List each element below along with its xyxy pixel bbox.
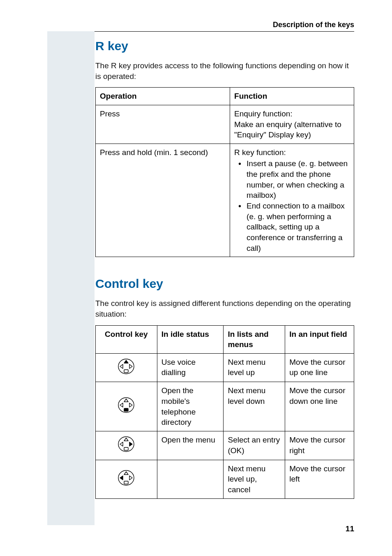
th-lists: In lists and menus — [224, 325, 285, 353]
cell-operation: Press and hold (min. 1 second) — [96, 144, 230, 257]
page-number: 11 — [346, 524, 354, 533]
cell-idle — [157, 460, 224, 498]
svg-rect-14 — [124, 447, 128, 450]
cell-input: Move the cursor up one line — [285, 353, 354, 382]
icon-cell — [96, 460, 157, 498]
svg-marker-17 — [120, 476, 123, 480]
th-idle: In idle status — [157, 325, 224, 353]
section2-intro: The control key is assigned different fu… — [95, 298, 354, 319]
cell-lists: Next menu level up — [224, 353, 285, 382]
svg-marker-1 — [124, 360, 128, 363]
svg-marker-18 — [129, 476, 132, 480]
function-bullets: Insert a pause (e. g. between the prefix… — [234, 158, 350, 253]
table-row: Use voice dialling Next menu level up Mo… — [96, 353, 354, 382]
cell-lists: Next menu level down — [224, 382, 285, 431]
th-control-key: Control key — [96, 325, 157, 353]
function-lead: R key function: — [234, 147, 350, 158]
svg-marker-7 — [120, 403, 123, 407]
dpad-left-icon — [118, 469, 135, 486]
bullet-item: Insert a pause (e. g. between the prefix… — [234, 158, 350, 201]
table-row: Press Enquiry function: Make an enquiry … — [96, 105, 354, 144]
cell-lists: Next menu level up, cancel — [224, 460, 285, 498]
function-lead: Enquiry function: — [234, 109, 350, 119]
table-row: Open the menu Select an entry (OK) Move … — [96, 431, 354, 460]
section-title-control-key: Control key — [95, 277, 354, 291]
cell-lists: Select an entry (OK) — [224, 431, 285, 460]
svg-rect-9 — [124, 408, 128, 411]
svg-marker-16 — [124, 472, 128, 475]
page: Description of the keys R key The R key … — [0, 0, 392, 556]
svg-rect-4 — [124, 370, 128, 373]
r-key-table: Operation Function Press Enquiry functio… — [95, 87, 354, 257]
svg-marker-2 — [120, 364, 123, 368]
cell-idle: Open the mobile's telephone directory — [157, 382, 224, 431]
bullet-item: End connection to a mailbox (e. g. when … — [234, 201, 350, 253]
cell-idle: Open the menu — [157, 431, 224, 460]
icon-cell — [96, 382, 157, 431]
svg-marker-8 — [129, 403, 132, 407]
svg-marker-6 — [124, 399, 128, 402]
table-row: Next menu level up, cancel Move the curs… — [96, 460, 354, 498]
icon-cell — [96, 353, 157, 382]
th-function: Function — [230, 88, 354, 105]
function-body: Make an enquiry (alternative to "Enquiry… — [234, 119, 350, 140]
icon-cell — [96, 431, 157, 460]
cell-input: Move the cursor left — [285, 460, 354, 498]
cell-input: Move the cursor down one line — [285, 382, 354, 431]
svg-marker-3 — [129, 364, 132, 368]
svg-marker-12 — [120, 442, 123, 446]
svg-rect-19 — [124, 481, 128, 484]
dpad-right-icon — [118, 436, 135, 453]
left-margin-bar — [47, 31, 95, 525]
section-title-r-key: R key — [95, 39, 354, 53]
cell-operation: Press — [96, 105, 230, 144]
control-key-table: Control key In idle status In lists and … — [95, 325, 354, 499]
cell-function: Enquiry function: Make an enquiry (alter… — [230, 105, 354, 144]
svg-marker-13 — [129, 442, 132, 446]
content: R key The R key provides access to the f… — [95, 23, 354, 499]
table-row: Open the mobile's telephone directory Ne… — [96, 382, 354, 431]
th-operation: Operation — [96, 88, 230, 105]
cell-function: R key function: Insert a pause (e. g. be… — [230, 144, 354, 257]
cell-input: Move the cursor right — [285, 431, 354, 460]
section1-intro: The R key provides access to the followi… — [95, 60, 354, 81]
svg-marker-11 — [124, 438, 128, 441]
th-input: In an input field — [285, 325, 354, 353]
dpad-up-icon — [118, 358, 135, 375]
table-row: Press and hold (min. 1 second) R key fun… — [96, 144, 354, 257]
dpad-down-icon — [118, 396, 135, 414]
cell-idle: Use voice dialling — [157, 353, 224, 382]
running-header: Description of the keys — [273, 21, 354, 29]
